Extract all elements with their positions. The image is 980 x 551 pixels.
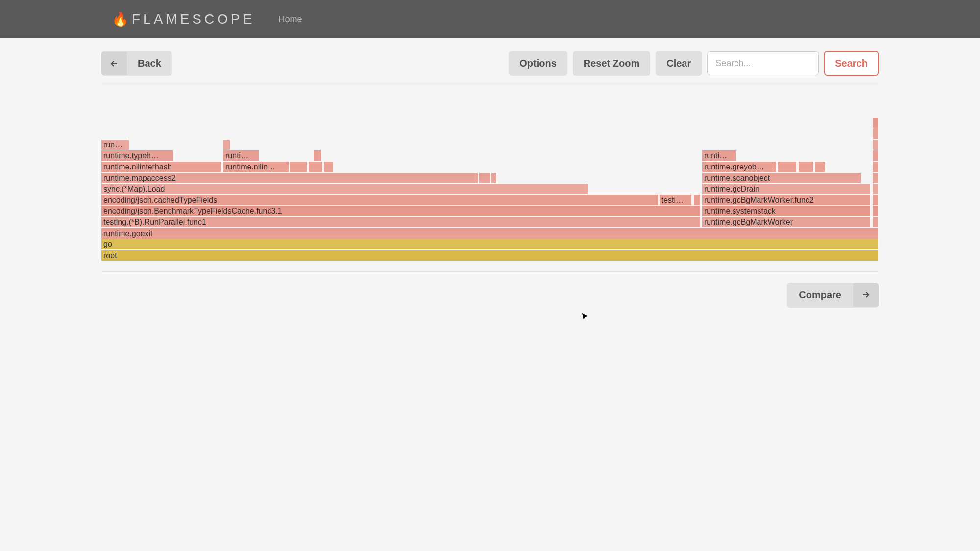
flame-frame[interactable] <box>873 118 879 128</box>
flame-frame[interactable] <box>290 162 307 172</box>
flame-frame[interactable]: runtime.goexit <box>101 228 879 239</box>
clear-button[interactable]: Clear <box>656 51 702 76</box>
flame-frame[interactable] <box>873 217 879 227</box>
flame-frame[interactable]: encoding/json.cachedTypeFields <box>101 195 659 205</box>
flame-frame[interactable]: runtime.typeh… <box>101 150 173 161</box>
flame-frame[interactable]: runti… <box>702 150 736 161</box>
reset-zoom-button[interactable]: Reset Zoom <box>573 51 650 76</box>
flame-frame[interactable] <box>479 173 491 183</box>
flame-frame[interactable] <box>873 150 879 161</box>
logo-text: FLAMESCOPE <box>132 11 255 27</box>
flame-frame[interactable]: root <box>101 250 879 261</box>
flame-frame[interactable] <box>873 162 879 172</box>
flame-frame[interactable] <box>324 162 334 172</box>
compare-button[interactable]: Compare <box>787 283 879 308</box>
options-button[interactable]: Options <box>509 51 567 76</box>
flame-frame[interactable]: runtime.systemstack <box>702 206 871 216</box>
flame-frame[interactable] <box>873 140 879 150</box>
toolbar-right: Options Reset Zoom Clear Search <box>509 51 879 76</box>
flame-frame[interactable] <box>778 162 797 172</box>
flame-frame[interactable]: runtime.scanobject <box>702 173 861 183</box>
flame-frame[interactable]: runtime.greyob… <box>702 162 776 172</box>
compare-button-label: Compare <box>787 283 853 308</box>
flame-frame[interactable] <box>223 140 230 150</box>
nav-home-link[interactable]: Home <box>278 14 302 24</box>
flame-frame[interactable] <box>815 162 826 172</box>
flame-frame[interactable] <box>873 128 879 139</box>
flame-frame[interactable]: runti… <box>223 150 259 161</box>
flame-frame[interactable]: runtime.gcBgMarkWorker.func2 <box>702 195 871 205</box>
flame-frame[interactable] <box>314 150 321 161</box>
toolbar: Back Options Reset Zoom Clear Search <box>101 38 879 84</box>
back-button-label: Back <box>127 51 172 76</box>
flamegraph[interactable]: rootgoruntime.goexittesting.(*B).RunPara… <box>101 117 879 261</box>
flamegraph-container: rootgoruntime.goexittesting.(*B).RunPara… <box>101 84 879 272</box>
flame-frame[interactable]: go <box>101 239 879 249</box>
flame-frame[interactable] <box>694 195 701 205</box>
flame-frame[interactable] <box>873 184 879 194</box>
flame-frame[interactable]: runtime.gcBgMarkWorker <box>702 217 871 227</box>
flame-frame[interactable] <box>309 162 323 172</box>
arrow-right-icon <box>853 283 879 307</box>
flame-frame[interactable]: encoding/json.BenchmarkTypeFieldsCache.f… <box>101 206 701 216</box>
arrow-left-icon <box>101 52 127 75</box>
flame-frame[interactable] <box>873 195 879 205</box>
flame-frame[interactable]: testing.(*B).RunParallel.func1 <box>101 217 701 227</box>
flame-frame[interactable]: runtime.mapaccess2 <box>101 173 478 183</box>
back-button[interactable]: Back <box>101 51 172 76</box>
search-input[interactable] <box>707 51 819 75</box>
flame-frame[interactable]: runtime.gcDrain <box>702 184 871 194</box>
flame-frame[interactable]: runtime.nilin… <box>223 162 290 172</box>
search-button[interactable]: Search <box>824 51 879 76</box>
flame-frame[interactable]: run… <box>101 140 129 150</box>
toolbar-left: Back <box>101 51 172 76</box>
flame-frame[interactable] <box>873 173 879 183</box>
compare-row: Compare <box>101 272 879 308</box>
flame-frame[interactable]: sync.(*Map).Load <box>101 184 588 194</box>
flame-frame[interactable] <box>873 206 879 216</box>
flame-frame[interactable]: testi… <box>660 195 692 205</box>
logo: 🔥 FLAMESCOPE <box>112 11 255 27</box>
flame-frame[interactable]: runtime.nilinterhash <box>101 162 222 172</box>
app-header: 🔥 FLAMESCOPE Home <box>0 0 980 38</box>
flame-icon: 🔥 <box>112 11 129 27</box>
flame-frame[interactable] <box>491 173 497 183</box>
flame-frame[interactable] <box>799 162 814 172</box>
